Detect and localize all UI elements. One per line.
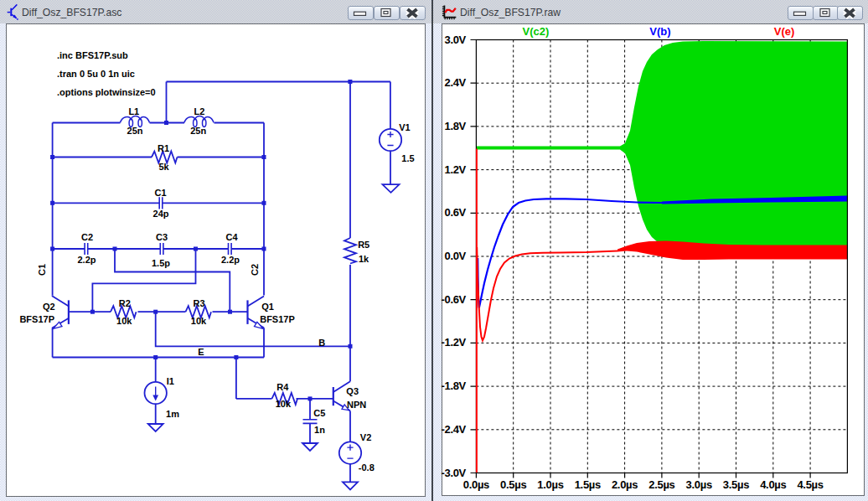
svg-text:4.0µs: 4.0µs — [760, 478, 786, 491]
svg-text:2.0µs: 2.0µs — [612, 478, 638, 491]
svg-text:Q2: Q2 — [43, 302, 55, 312]
svg-text:C3: C3 — [156, 232, 168, 242]
svg-text:Diff_Osz_BFS17P.raw: Diff_Osz_BFS17P.raw — [460, 7, 561, 18]
svg-text:1.0µs: 1.0µs — [537, 478, 563, 491]
svg-text:-0.6V: -0.6V — [441, 293, 466, 306]
svg-text:L1: L1 — [128, 106, 139, 116]
svg-text:L2: L2 — [194, 106, 204, 116]
svg-text:4.5µs: 4.5µs — [797, 478, 823, 491]
svg-text:R3: R3 — [193, 298, 204, 308]
svg-text:3.5µs: 3.5µs — [723, 478, 749, 491]
svg-text:V(b): V(b) — [649, 25, 670, 38]
svg-text:E: E — [198, 347, 204, 357]
svg-text:Q3: Q3 — [346, 386, 359, 396]
svg-text:Q1: Q1 — [261, 302, 274, 312]
svg-text:24p: 24p — [153, 209, 169, 219]
svg-text:R2: R2 — [119, 298, 131, 308]
svg-text:V(c2): V(c2) — [523, 25, 550, 38]
svg-text:R4: R4 — [276, 382, 289, 392]
svg-text:1.2V: 1.2V — [444, 163, 466, 176]
svg-text:-1.2V: -1.2V — [441, 336, 466, 349]
svg-text:B: B — [318, 338, 325, 348]
svg-text:-2.4V: -2.4V — [441, 423, 466, 436]
svg-text:2.2p: 2.2p — [77, 255, 96, 265]
svg-text:R5: R5 — [358, 240, 369, 250]
svg-text:I1: I1 — [167, 376, 174, 386]
svg-text:C1: C1 — [37, 264, 47, 276]
svg-text:1m: 1m — [166, 409, 179, 419]
svg-text:2.4V: 2.4V — [444, 76, 466, 89]
svg-text:0.0V: 0.0V — [444, 250, 466, 262]
svg-text:C5: C5 — [313, 408, 325, 418]
svg-text:0.6V: 0.6V — [444, 206, 466, 219]
svg-text:25n: 25n — [127, 126, 143, 136]
svg-text:C2: C2 — [250, 264, 260, 276]
svg-text:.inc BFS17P.sub: .inc BFS17P.sub — [57, 50, 128, 60]
svg-text:1.5µs: 1.5µs — [575, 478, 601, 491]
svg-text:C4: C4 — [225, 232, 238, 242]
svg-text:0.0µs: 0.0µs — [463, 478, 489, 491]
svg-text:5k: 5k — [158, 162, 169, 172]
svg-text:R1: R1 — [158, 143, 169, 153]
svg-text:1.5p: 1.5p — [152, 258, 170, 268]
svg-text:2.2p: 2.2p — [221, 255, 240, 265]
svg-text:-0.8: -0.8 — [359, 462, 375, 473]
svg-text:.options plotwinsize=0: .options plotwinsize=0 — [57, 87, 156, 97]
svg-text:10k: 10k — [276, 399, 292, 409]
svg-text:-1.8V: -1.8V — [441, 380, 466, 392]
svg-text:25n: 25n — [190, 126, 206, 136]
svg-text:2.5µs: 2.5µs — [648, 478, 674, 491]
svg-text:C1: C1 — [154, 188, 166, 198]
svg-text:BFS17P: BFS17P — [260, 314, 295, 324]
svg-text:1.5: 1.5 — [401, 153, 414, 163]
svg-text:1n: 1n — [314, 425, 325, 435]
svg-text:-3.0V: -3.0V — [441, 467, 466, 479]
svg-text:V2: V2 — [360, 432, 371, 442]
svg-text:1.8V: 1.8V — [444, 120, 466, 132]
svg-text:3.0V: 3.0V — [444, 34, 466, 46]
svg-text:3.0µs: 3.0µs — [686, 478, 712, 491]
svg-text:BFS17P: BFS17P — [19, 314, 54, 324]
svg-text:10k: 10k — [191, 316, 207, 326]
svg-text:Diff_Osz_BFS17P.asc: Diff_Osz_BFS17P.asc — [22, 7, 121, 18]
svg-text:10k: 10k — [116, 316, 132, 326]
svg-text:C2: C2 — [81, 232, 93, 242]
svg-text:1k: 1k — [359, 254, 369, 264]
svg-text:0.5µs: 0.5µs — [500, 478, 526, 491]
svg-text:NPN: NPN — [347, 400, 366, 410]
svg-text:V(e): V(e) — [774, 25, 795, 38]
svg-text:.tran 0 5u 0 1n uic: .tran 0 5u 0 1n uic — [57, 69, 135, 79]
svg-text:V1: V1 — [399, 122, 410, 132]
